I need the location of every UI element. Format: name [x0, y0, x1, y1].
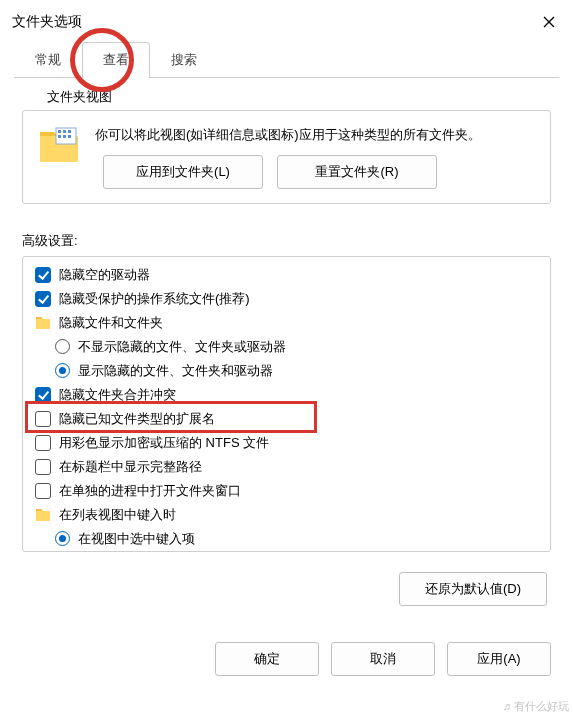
radio[interactable] — [55, 339, 70, 354]
svg-rect-2 — [63, 130, 66, 133]
tree-item[interactable]: 隐藏文件和文件夹 — [29, 311, 550, 335]
advanced-settings-tree[interactable]: 隐藏空的驱动器隐藏受保护的操作系统文件(推荐)隐藏文件和文件夹不显示隐藏的文件、… — [22, 256, 551, 552]
watermark: ♬ 有什么好玩 — [503, 699, 569, 714]
tree-item[interactable]: 不显示隐藏的文件、文件夹或驱动器 — [29, 335, 550, 359]
tree-item[interactable]: 自动键入到"搜索"框中 — [29, 551, 550, 552]
checkbox[interactable] — [35, 435, 51, 451]
tree-item[interactable]: 在标题栏中显示完整路径 — [29, 455, 550, 479]
radio[interactable] — [55, 531, 70, 546]
folder-views-icon — [37, 125, 81, 165]
tree-item-label: 在视图中选中键入项 — [78, 530, 195, 548]
close-icon — [543, 16, 555, 28]
views-description: 你可以将此视图(如详细信息或图标)应用于这种类型的所有文件夹。 — [95, 125, 536, 145]
apply-to-folders-button[interactable]: 应用到文件夹(L) — [103, 155, 263, 189]
tree-item[interactable]: 隐藏受保护的操作系统文件(推荐) — [29, 287, 550, 311]
svg-rect-3 — [68, 130, 71, 133]
tree-item[interactable]: 在单独的进程中打开文件夹窗口 — [29, 479, 550, 503]
checkbox[interactable] — [35, 387, 51, 403]
views-legend: 文件夹视图 — [47, 88, 551, 106]
advanced-settings-label: 高级设置: — [22, 232, 551, 250]
tree-item-label: 隐藏已知文件类型的扩展名 — [59, 410, 215, 428]
ok-button[interactable]: 确定 — [215, 642, 319, 676]
tree-item[interactable]: 在视图中选中键入项 — [29, 527, 550, 551]
tree-item[interactable]: 在列表视图中键入时 — [29, 503, 550, 527]
tree-item-label: 在单独的进程中打开文件夹窗口 — [59, 482, 241, 500]
svg-rect-5 — [63, 135, 66, 138]
tree-item-label: 不显示隐藏的文件、文件夹或驱动器 — [78, 338, 286, 356]
tree-item[interactable]: 隐藏空的驱动器 — [29, 263, 550, 287]
reset-folders-button[interactable]: 重置文件夹(R) — [277, 155, 437, 189]
cancel-button[interactable]: 取消 — [331, 642, 435, 676]
checkbox[interactable] — [35, 459, 51, 475]
tab-search[interactable]: 搜索 — [150, 42, 218, 78]
tree-item-label: 隐藏文件和文件夹 — [59, 314, 163, 332]
svg-rect-1 — [58, 130, 61, 133]
tree-item-label: 用彩色显示加密或压缩的 NTFS 文件 — [59, 434, 269, 452]
tab-general[interactable]: 常规 — [14, 42, 82, 78]
checkbox[interactable] — [35, 267, 51, 283]
tree-item-label: 显示隐藏的文件、文件夹和驱动器 — [78, 362, 273, 380]
folder-icon — [35, 508, 51, 522]
folder-icon — [35, 316, 51, 330]
tree-item[interactable]: 隐藏已知文件类型的扩展名 — [29, 407, 550, 431]
close-button[interactable] — [535, 8, 563, 36]
tree-item[interactable]: 隐藏文件夹合并冲突 — [29, 383, 550, 407]
radio[interactable] — [55, 363, 70, 378]
tree-item[interactable]: 用彩色显示加密或压缩的 NTFS 文件 — [29, 431, 550, 455]
tree-item-label: 在列表视图中键入时 — [59, 506, 176, 524]
tab-view[interactable]: 查看 — [82, 42, 150, 78]
apply-button[interactable]: 应用(A) — [447, 642, 551, 676]
svg-rect-6 — [68, 135, 71, 138]
tree-item-label: 隐藏受保护的操作系统文件(推荐) — [59, 290, 250, 308]
views-group: 你可以将此视图(如详细信息或图标)应用于这种类型的所有文件夹。 应用到文件夹(L… — [22, 110, 551, 204]
tree-item-label: 隐藏文件夹合并冲突 — [59, 386, 176, 404]
svg-rect-4 — [58, 135, 61, 138]
checkbox[interactable] — [35, 291, 51, 307]
tree-item-label: 隐藏空的驱动器 — [59, 266, 150, 284]
restore-defaults-button[interactable]: 还原为默认值(D) — [399, 572, 547, 606]
tree-item[interactable]: 显示隐藏的文件、文件夹和驱动器 — [29, 359, 550, 383]
dialog-title: 文件夹选项 — [12, 13, 82, 31]
checkbox[interactable] — [35, 411, 51, 427]
checkbox[interactable] — [35, 483, 51, 499]
tree-item-label: 在标题栏中显示完整路径 — [59, 458, 202, 476]
